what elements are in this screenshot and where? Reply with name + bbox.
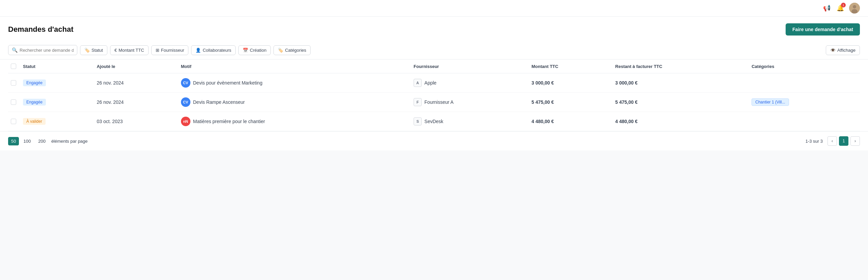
row-statut-2: À valider [20, 112, 94, 131]
montant-value-1: 5 475,00 € [531, 99, 554, 105]
table-row: À valider 03 oct. 2023 nN Matières premi… [8, 112, 860, 131]
user-avatar-2: nN [181, 117, 190, 126]
col-fournisseur: Fournisseur [411, 60, 529, 73]
supplier-name-0: Apple [424, 80, 437, 86]
row-checkbox-0[interactable] [11, 80, 16, 86]
row-statut-0: Engagée [20, 73, 94, 93]
table-container: Statut Ajouté le Motif Fournisseur Monta… [0, 60, 868, 131]
next-page-button[interactable]: › [850, 136, 860, 146]
col-motif: Motif [178, 60, 411, 73]
per-page-100[interactable]: 100 [20, 137, 34, 145]
svg-point-1 [853, 5, 856, 8]
restant-value-2: 4 480,00 € [615, 119, 637, 124]
montant-value-0: 3 000,00 € [531, 80, 554, 86]
statut-badge-0: Engagée [23, 79, 46, 86]
row-checkbox-cell [8, 73, 20, 93]
filter-fournisseur-label: Fournisseur [161, 48, 184, 53]
row-category-0 [749, 73, 860, 93]
table-row: Engagée 26 nov. 2024 CV Devis pour évène… [8, 73, 860, 93]
row-checkbox-1[interactable] [11, 99, 16, 105]
pagination: 1-3 sur 3 ‹ 1 › [806, 136, 860, 146]
filter-statut-button[interactable]: 🏷️ Statut [80, 45, 107, 55]
row-supplier-2: S SevDesk [411, 112, 529, 131]
filters-bar: 🔍 🏷️ Statut € Montant TTC ⊞ Fournisseur … [0, 41, 868, 60]
affichage-label: Affichage [837, 48, 856, 53]
supplier-icon-1: F [414, 98, 422, 106]
header-checkbox-cell [8, 60, 20, 73]
filter-montant-label: Montant TTC [119, 48, 144, 53]
people-icon: 👤 [195, 48, 201, 53]
supplier-icon-2: S [414, 117, 422, 125]
restant-value-1: 5 475,00 € [615, 99, 637, 105]
euro-icon: € [114, 48, 117, 53]
motif-text-1: Devis Rampe Ascenseur [193, 99, 245, 105]
footer-bar: 50 100 200 éléments par page 1-3 sur 3 ‹… [0, 131, 868, 150]
grid-icon: ⊞ [156, 48, 159, 53]
user-avatar-1: CV [181, 97, 190, 107]
row-supplier-1: F Fournisseur A [411, 93, 529, 112]
row-date-2: 03 oct. 2023 [94, 112, 178, 131]
supplier-name-2: SevDesk [424, 119, 443, 124]
per-page-200[interactable]: 200 [35, 137, 49, 145]
category-badge: Chantier 1 (Vill... [752, 98, 789, 106]
user-avatar-0: CV [181, 78, 190, 88]
per-page-50[interactable]: 50 [8, 137, 19, 145]
filter-categories-button[interactable]: 🏷️ Catégories [273, 45, 311, 55]
filter-statut-label: Statut [91, 48, 103, 53]
calendar-icon: 📅 [243, 48, 248, 53]
table-header-row: Statut Ajouté le Motif Fournisseur Monta… [8, 60, 860, 73]
requests-table: Statut Ajouté le Motif Fournisseur Monta… [8, 60, 860, 131]
filter-fournisseur-button[interactable]: ⊞ Fournisseur [151, 45, 189, 55]
statut-badge-2: À valider [23, 118, 46, 125]
page-title: Demandes d'achat [8, 25, 74, 34]
prev-page-button[interactable]: ‹ [827, 136, 837, 146]
select-all-checkbox[interactable] [11, 64, 16, 69]
create-request-button[interactable]: Faire une demande d'achat [786, 23, 860, 36]
motif-text-0: Devis pour évènement Marketing [193, 80, 262, 86]
filter-collaborateurs-label: Collaborateurs [203, 48, 231, 53]
top-bar: 📢 🔔 1 [0, 0, 868, 17]
filter-categories-label: Catégories [285, 48, 306, 53]
col-categories: Catégories [749, 60, 860, 73]
row-category-2 [749, 112, 860, 131]
row-restant-0: 3 000,00 € [612, 73, 749, 93]
page-header: Demandes d'achat Faire une demande d'ach… [0, 17, 868, 41]
col-montant: Montant TTC [529, 60, 612, 73]
montant-value-2: 4 480,00 € [531, 119, 554, 124]
col-restant: Restant à facturer TTC [612, 60, 749, 73]
motif-text-2: Matières première pour le chantier [193, 119, 265, 124]
row-checkbox-2[interactable] [11, 119, 16, 124]
filter-montant-button[interactable]: € Montant TTC [110, 45, 149, 55]
row-restant-1: 5 475,00 € [612, 93, 749, 112]
row-restant-2: 4 480,00 € [612, 112, 749, 131]
page-1-button[interactable]: 1 [839, 136, 848, 146]
search-icon: 🔍 [12, 47, 18, 53]
affichage-button[interactable]: 👁️ Affichage [826, 45, 860, 55]
row-checkbox-cell [8, 93, 20, 112]
categories-tag-icon: 🏷️ [278, 48, 283, 53]
row-category-1: Chantier 1 (Vill... [749, 93, 860, 112]
row-motif-2: nN Matières première pour le chantier [178, 112, 411, 131]
notification-badge: 1 [841, 3, 846, 7]
megaphone-icon[interactable]: 📢 [822, 3, 832, 13]
table-row: Engagée 26 nov. 2024 CV Devis Rampe Asce… [8, 93, 860, 112]
user-avatar[interactable] [849, 3, 860, 14]
col-ajoute-le: Ajouté le [94, 60, 178, 73]
tag-icon: 🏷️ [84, 48, 90, 53]
filter-collaborateurs-button[interactable]: 👤 Collaborateurs [191, 45, 236, 55]
row-montant-0: 3 000,00 € [529, 73, 612, 93]
row-statut-1: Engagée [20, 93, 94, 112]
per-page-selector: 50 100 200 éléments par page [8, 137, 88, 145]
notification-icon[interactable]: 🔔 1 [836, 3, 845, 13]
row-date-1: 26 nov. 2024 [94, 93, 178, 112]
filter-creation-label: Création [250, 48, 266, 53]
filter-creation-button[interactable]: 📅 Création [238, 45, 271, 55]
row-motif-1: CV Devis Rampe Ascenseur [178, 93, 411, 112]
search-input[interactable] [20, 48, 74, 53]
per-page-label: éléments par page [51, 139, 88, 144]
supplier-icon-0: A [414, 79, 422, 87]
supplier-name-1: Fournisseur A [424, 99, 453, 105]
row-motif-0: CV Devis pour évènement Marketing [178, 73, 411, 93]
row-checkbox-cell [8, 112, 20, 131]
col-statut: Statut [20, 60, 94, 73]
